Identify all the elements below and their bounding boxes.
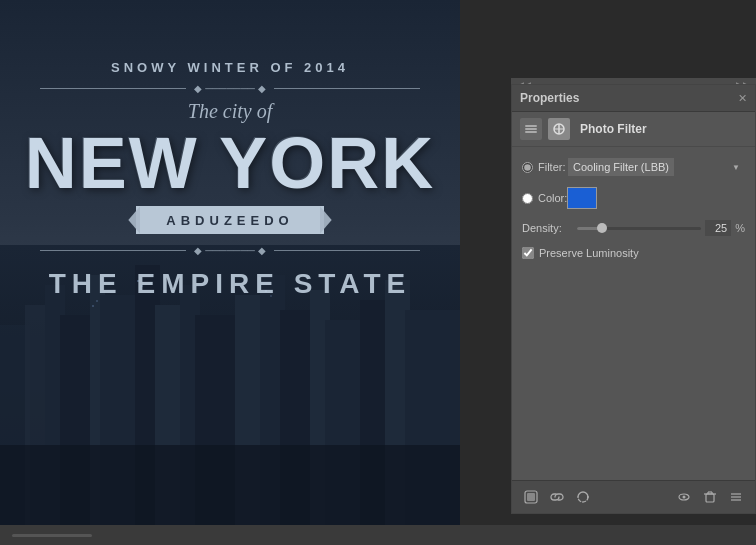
toolbar-menu-button[interactable] — [725, 486, 747, 508]
svg-point-34 — [683, 496, 686, 499]
svg-rect-27 — [525, 128, 537, 130]
preserve-luminosity-row: Preserve Luminosity — [522, 247, 745, 259]
filter-radio-label[interactable]: Filter: — [522, 161, 567, 173]
toolbar-trash-button[interactable] — [699, 486, 721, 508]
snowy-winter-text: SNOWY WINTER OF 2014 — [111, 60, 349, 75]
toolbar-right — [673, 486, 747, 508]
svg-rect-31 — [527, 493, 535, 501]
panel-content: Filter: Cooling Filter (LBB) Color: Den — [512, 147, 755, 480]
color-swatch[interactable] — [567, 187, 597, 209]
density-row: Density: % — [522, 219, 745, 237]
bottom-bar — [0, 525, 756, 545]
canvas-area: SNOWY WINTER OF 2014 ◆ ─────── ◆ The cit… — [0, 0, 460, 545]
density-label: Density: — [522, 222, 577, 234]
panel-header: Properties ✕ — [512, 85, 755, 112]
panel-toolbar — [512, 480, 755, 513]
toolbar-add-mask-button[interactable] — [520, 486, 542, 508]
svg-rect-35 — [706, 494, 714, 502]
color-row: Color: — [522, 187, 745, 209]
filter-dropdown-wrapper: Cooling Filter (LBB) — [567, 157, 745, 177]
decorative-line-bottom: ◆ ─────── ◆ — [40, 245, 420, 256]
abduzeedo-text: ABDUZEEDO — [166, 213, 293, 228]
filter-row: Filter: Cooling Filter (LBB) — [522, 157, 745, 177]
horizontal-scrollbar[interactable] — [12, 534, 92, 537]
toolbar-left — [520, 486, 594, 508]
density-slider-track — [577, 227, 701, 230]
canvas-text-overlay: SNOWY WINTER OF 2014 ◆ ─────── ◆ The cit… — [0, 60, 460, 300]
preserve-luminosity-label: Preserve Luminosity — [539, 247, 639, 259]
panel-icon-adjustment[interactable] — [548, 118, 570, 140]
panel-close-button[interactable]: ✕ — [738, 92, 747, 105]
panel-icons-row: Photo Filter — [512, 112, 755, 147]
decorative-line-top: ◆ ─────── ◆ — [40, 83, 420, 94]
filter-radio[interactable] — [522, 162, 533, 173]
color-radio[interactable] — [522, 193, 533, 204]
new-york-text: NEW YORK — [25, 127, 436, 199]
color-label-text: Color: — [538, 192, 567, 204]
density-percent-sign: % — [735, 222, 745, 234]
properties-panel: Properties ✕ Photo Filter — [511, 84, 756, 514]
density-value-input[interactable] — [704, 219, 732, 237]
density-slider-container — [577, 221, 701, 235]
ribbon-banner: ABDUZEEDO — [136, 206, 323, 234]
panel-icon-layers[interactable] — [520, 118, 542, 140]
photo-filter-label: Photo Filter — [580, 122, 647, 136]
toolbar-cycle-button[interactable] — [572, 486, 594, 508]
svg-rect-28 — [525, 131, 537, 133]
density-slider-thumb[interactable] — [597, 223, 607, 233]
empire-state-text: THE EMPIRE STATE — [49, 268, 412, 300]
preserve-luminosity-checkbox[interactable] — [522, 247, 534, 259]
toolbar-eye-button[interactable] — [673, 486, 695, 508]
toolbar-link-button[interactable] — [546, 486, 568, 508]
color-radio-label[interactable]: Color: — [522, 192, 567, 204]
filter-label-text: Filter: — [538, 161, 566, 173]
city-of-text: The city of — [188, 100, 272, 123]
svg-rect-21 — [96, 300, 98, 302]
svg-rect-26 — [525, 125, 537, 127]
app-window: SNOWY WINTER OF 2014 ◆ ─────── ◆ The cit… — [0, 0, 756, 545]
svg-rect-20 — [92, 305, 94, 307]
panel-title: Properties — [520, 91, 579, 105]
filter-dropdown[interactable]: Cooling Filter (LBB) — [567, 157, 675, 177]
